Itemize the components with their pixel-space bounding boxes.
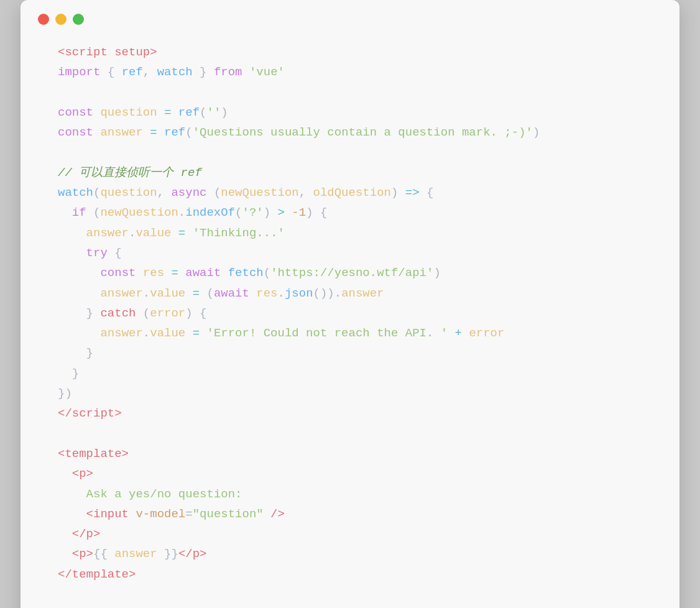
minimize-button[interactable] <box>55 14 67 25</box>
titlebar <box>21 0 679 36</box>
close-button[interactable] <box>38 14 49 25</box>
code-window: <script setup> import { ref, watch } fro… <box>21 0 679 608</box>
maximize-button[interactable] <box>73 14 84 25</box>
code-block: <script setup> import { ref, watch } fro… <box>21 36 679 603</box>
